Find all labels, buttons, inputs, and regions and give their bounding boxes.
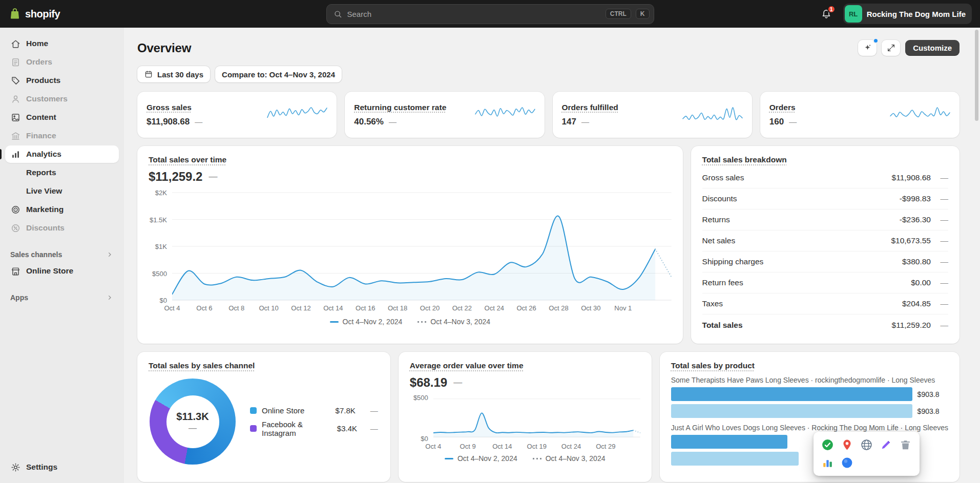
x-axis-label: Oct 22	[452, 304, 472, 312]
y-axis-label: $0	[160, 297, 167, 304]
product-bar[interactable]	[671, 404, 912, 418]
sidebar-item-analytics[interactable]: Analytics	[5, 145, 119, 163]
sales-channel-donut[interactable]: $11.3K —	[150, 379, 236, 465]
average-order-value-card: Average order value over time $68.19— $5…	[399, 352, 652, 482]
kpi-label-returning-customer-rate[interactable]: Returning customer rate	[354, 103, 446, 112]
check-circle-icon[interactable]	[821, 438, 834, 451]
product-bar-value: $903.8	[918, 390, 940, 398]
breakdown-value: $380.80	[902, 257, 931, 266]
notifications-button[interactable]: 1	[817, 4, 836, 24]
sidebar-item-customers[interactable]: Customers	[5, 90, 119, 108]
sidebar-item-products[interactable]: Products	[5, 72, 119, 89]
sidebar-item-marketing[interactable]: Marketing	[5, 201, 119, 218]
product-bar[interactable]	[671, 452, 799, 466]
kpi-label-gross-sales[interactable]: Gross sales	[147, 103, 192, 112]
shopify-logo[interactable]: shopify	[8, 7, 60, 20]
breakdown-label: Total sales	[702, 321, 743, 330]
x-axis-label: Oct 14	[323, 304, 343, 312]
sidebar-footer: Settings	[5, 458, 119, 477]
y-axis-label: $500	[413, 393, 428, 401]
comparison-dash: —	[931, 215, 948, 224]
x-axis: Oct 4Oct 6Oct 8Oct 10Oct 12Oct 14Oct 16O…	[172, 301, 672, 313]
sidebar-item-online-store[interactable]: Online Store	[5, 262, 119, 280]
search-bar[interactable]: CTRL K	[326, 4, 654, 24]
x-axis-label: Oct 24	[561, 443, 581, 450]
sidebar-item-settings[interactable]: Settings	[5, 458, 119, 476]
kpi-value: 160	[769, 117, 784, 127]
x-axis-label: Oct 24	[485, 304, 504, 312]
sidebar-item-label: Home	[26, 39, 48, 48]
breakdown-row-taxes[interactable]: Taxes$204.85—	[702, 293, 948, 314]
y-axis-label: $1.5K	[150, 216, 167, 223]
total-sales-chart[interactable]	[172, 192, 672, 301]
card-title-sales-by-product[interactable]: Total sales by product	[671, 361, 755, 370]
trash-icon[interactable]	[899, 438, 912, 451]
kpi-sparkline	[267, 106, 327, 124]
product-bar-value: $903.8	[918, 407, 940, 415]
kpi-label-orders[interactable]: Orders	[769, 103, 796, 112]
sidebar-item-reports[interactable]: Reports	[5, 164, 119, 181]
map-pin-icon[interactable]	[841, 438, 853, 451]
kpi-sparkline	[890, 106, 950, 124]
product-bar[interactable]	[671, 435, 787, 449]
comparison-dash: —	[195, 117, 202, 126]
kpi-sparkline	[475, 106, 535, 124]
breakdown-row-shipping-charges[interactable]: Shipping charges$380.80—	[702, 251, 948, 272]
legend-current-period: Oct 4–Nov 2, 2024	[330, 318, 403, 326]
y-axis: $500$0	[410, 397, 433, 439]
date-range-filter[interactable]: Last 30 days	[137, 66, 210, 82]
section-header-sales-channels[interactable]: Sales channels	[5, 247, 119, 262]
breakdown-value: -$236.30	[900, 215, 931, 224]
discounts-icon	[10, 223, 21, 234]
sidebar-item-home[interactable]: Home	[5, 35, 119, 52]
product-bar-row: $903.8	[671, 404, 948, 418]
sidebar-item-finance[interactable]: Finance	[5, 127, 119, 144]
donut-center: $11.3K —	[166, 395, 219, 448]
card-title-average-order-value[interactable]: Average order value over time	[410, 361, 524, 370]
x-axis-label: Oct 4	[425, 443, 441, 450]
globe-icon[interactable]	[860, 438, 873, 451]
bar-chart-icon[interactable]	[821, 456, 834, 469]
compare-filter[interactable]: Compare to: Oct 4–Nov 3, 2024	[215, 66, 342, 82]
account-menu[interactable]: RL Rocking The Dog Mom Life	[843, 4, 972, 24]
card-title-sales-by-channel[interactable]: Total sales by sales channel	[149, 361, 255, 370]
x-axis-label: Oct 28	[549, 304, 568, 312]
card-title-total-sales-breakdown[interactable]: Total sales breakdown	[702, 155, 787, 164]
comparison-dash: —	[931, 236, 948, 245]
breakdown-row-returns[interactable]: Returns-$236.30—	[702, 209, 948, 230]
breakdown-row-total-sales[interactable]: Total sales$11,259.20—	[702, 314, 948, 335]
sidebar-item-label: Content	[26, 113, 56, 122]
breakdown-row-net-sales[interactable]: Net sales$10,673.55—	[702, 230, 948, 251]
insights-assistant-button[interactable]	[858, 40, 877, 56]
calendar-icon	[144, 70, 153, 79]
shopify-bag-icon	[8, 7, 22, 20]
comparison-dash: —	[453, 377, 462, 388]
products-icon	[10, 75, 21, 86]
sidebar-item-label: Finance	[26, 131, 56, 140]
marketing-icon	[10, 204, 21, 215]
sidebar-item-live-view[interactable]: Live View	[5, 182, 119, 200]
sidebar-item-orders[interactable]: Orders	[5, 53, 119, 71]
kpi-label-orders-fulfilled[interactable]: Orders fulfilled	[562, 103, 618, 112]
sidebar-item-discounts[interactable]: Discounts	[5, 219, 119, 237]
breakdown-row-gross-sales[interactable]: Gross sales$11,908.68—	[702, 167, 948, 188]
search-input[interactable]	[347, 10, 601, 18]
product-bar[interactable]	[671, 387, 912, 401]
scrollbar-thumb[interactable]	[975, 30, 978, 121]
sidebar-item-label: Analytics	[26, 150, 61, 159]
breakdown-label: Gross sales	[702, 173, 744, 182]
section-header-apps[interactable]: Apps	[5, 290, 119, 305]
sidebar-item-content[interactable]: Content	[5, 109, 119, 126]
channel-swatch	[250, 407, 257, 414]
fullscreen-button[interactable]	[882, 40, 900, 56]
breakdown-row-discounts[interactable]: Discounts-$998.83—	[702, 188, 948, 209]
card-title-total-sales-over-time[interactable]: Total sales over time	[149, 155, 226, 164]
product-label: Just A Girl Who Loves Dogs Long Sleeves …	[671, 424, 948, 432]
aov-chart[interactable]	[433, 397, 640, 439]
customize-button[interactable]: Customize	[905, 40, 960, 56]
donut-total-value: $11.3K	[176, 411, 208, 423]
pencil-icon[interactable]	[880, 438, 892, 451]
breakdown-row-return-fees[interactable]: Return fees$0.00—	[702, 272, 948, 293]
blue-circle-icon[interactable]	[841, 456, 853, 469]
line-series-projection	[655, 249, 671, 277]
